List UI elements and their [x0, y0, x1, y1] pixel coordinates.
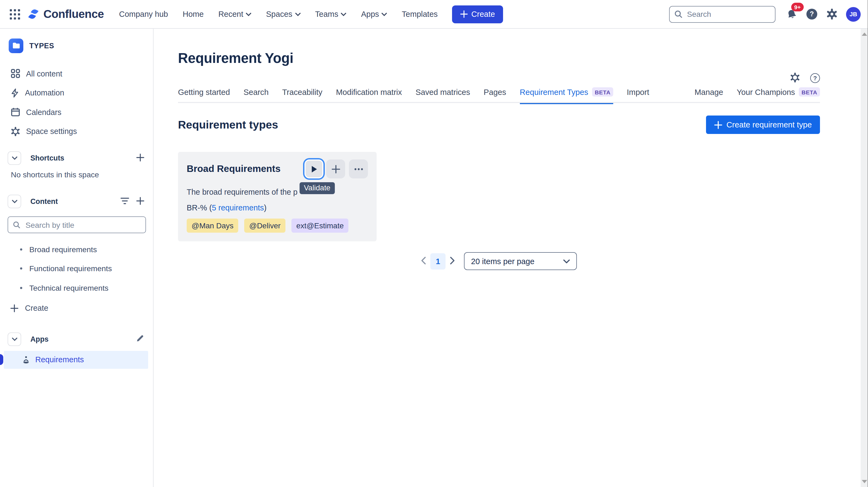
ellipsis-icon [354, 168, 363, 170]
shortcuts-section-header: Shortcuts [0, 151, 153, 165]
chevron-down-icon [246, 12, 251, 16]
play-icon [311, 165, 317, 173]
global-create-button[interactable]: Create [452, 5, 503, 23]
requirements-count-link[interactable]: 5 requirements [212, 203, 264, 212]
chevron-left-icon [421, 256, 426, 264]
tab-manage[interactable]: Manage [694, 88, 723, 102]
plus-icon [10, 304, 19, 312]
property-tags: @Man Days @Deliver ext@Estimate [187, 219, 368, 233]
search-icon [675, 10, 682, 18]
current-page[interactable]: 1 [430, 253, 445, 269]
nav-item-spaces[interactable]: Spaces [266, 10, 301, 19]
more-options-button[interactable] [349, 159, 368, 178]
add-requirement-button[interactable] [326, 159, 345, 178]
all-content-icon [11, 69, 20, 78]
previous-page-button[interactable] [421, 256, 426, 266]
requirement-type-card: Broad Requirements Th [178, 152, 377, 241]
apps-title: Apps [30, 335, 49, 343]
sidebar-item-requirements[interactable]: Requirements [4, 351, 148, 368]
sidebar-item-calendars[interactable]: Calendars [0, 102, 153, 122]
plus-icon [714, 121, 722, 129]
tab-search[interactable]: Search [243, 88, 269, 102]
content-search[interactable] [8, 216, 146, 233]
nav-item-templates[interactable]: Templates [402, 10, 438, 19]
top-navigation: Confluence Company hub Home Recent Space… [0, 0, 868, 29]
apps-collapse-button[interactable] [8, 332, 21, 346]
sidebar-item-automation[interactable]: Automation [0, 83, 153, 102]
confluence-wordmark: Confluence [43, 8, 104, 21]
add-shortcut-button[interactable] [136, 153, 144, 163]
content-collapse-button[interactable] [8, 195, 21, 208]
content-title: Content [30, 197, 58, 205]
requirement-key-line: BR-% (5 requirements) [187, 203, 368, 212]
ry-settings-button[interactable] [790, 72, 800, 84]
global-search[interactable] [669, 6, 775, 23]
help-icon: ? [810, 73, 820, 83]
content-section-header: Content [0, 194, 153, 209]
calendar-icon [11, 108, 20, 117]
chevron-down-icon [12, 200, 17, 203]
content-page-list: Broad requirements Functional requiremen… [0, 240, 153, 297]
validate-button[interactable] [306, 161, 322, 177]
tab-getting-started[interactable]: Getting started [178, 88, 230, 102]
property-tag: ext@Estimate [291, 219, 349, 233]
page-item-functional-requirements[interactable]: Functional requirements [0, 259, 153, 278]
space-nav: All content Automation Calendars [0, 64, 153, 141]
tab-pages[interactable]: Pages [484, 88, 506, 102]
gear-icon [827, 9, 837, 20]
gear-icon [790, 72, 800, 82]
sidebar-item-all-content[interactable]: All content [0, 64, 153, 83]
content-search-input[interactable] [24, 220, 138, 230]
notifications-button[interactable]: 9+ [784, 6, 800, 22]
settings-button[interactable] [824, 6, 840, 22]
sidebar-item-space-settings[interactable]: Space settings [0, 122, 153, 141]
tab-your-champions[interactable]: Your Champions BETA [737, 87, 820, 102]
shortcuts-title: Shortcuts [30, 154, 64, 162]
nav-item-apps[interactable]: Apps [361, 10, 387, 19]
shortcuts-empty-message: No shortcuts in this space [0, 170, 153, 179]
card-actions [303, 159, 368, 178]
page-item-technical-requirements[interactable]: Technical requirements [0, 278, 153, 297]
app-switcher-button[interactable] [6, 6, 23, 22]
pencil-icon [136, 334, 144, 342]
add-content-button[interactable] [136, 197, 144, 206]
items-per-page-select[interactable]: 20 items per page [464, 252, 577, 270]
nav-item-teams[interactable]: Teams [315, 10, 346, 19]
section-title: Requirement types [178, 118, 278, 131]
nav-item-recent[interactable]: Recent [218, 10, 251, 19]
edit-apps-button[interactable] [136, 334, 144, 344]
nav-item-company-hub[interactable]: Company hub [119, 10, 168, 19]
notification-badge: 9+ [791, 3, 804, 11]
nav-item-home[interactable]: Home [183, 10, 204, 19]
lightning-icon [11, 88, 19, 98]
vertical-scrollbar[interactable] [861, 29, 868, 487]
confluence-logo[interactable]: Confluence [27, 8, 104, 21]
search-input[interactable] [686, 9, 762, 19]
sidebar-create-button[interactable]: Create [0, 298, 153, 318]
tab-saved-matrices[interactable]: Saved matrices [415, 88, 470, 102]
tab-modification-matrix[interactable]: Modification matrix [336, 88, 402, 102]
ry-help-button[interactable]: ? [810, 73, 820, 83]
tab-traceability[interactable]: Traceability [282, 88, 322, 102]
confluence-app: Confluence Company hub Home Recent Space… [0, 0, 868, 487]
tab-requirement-types[interactable]: Requirement Types BETA [520, 87, 613, 103]
filter-icon [121, 197, 129, 204]
requirement-yogi-icon [22, 356, 30, 364]
main-content: Requirement Yogi ? [154, 29, 868, 487]
create-requirement-type-button[interactable]: Create requirement type [706, 116, 820, 134]
app-grid-icon [9, 9, 20, 19]
scroll-up-arrow[interactable] [862, 33, 867, 36]
avatar[interactable]: JB [846, 7, 861, 22]
requirements-label: Requirements [35, 355, 84, 364]
page-item-broad-requirements[interactable]: Broad requirements [0, 240, 153, 259]
next-page-button[interactable] [450, 256, 455, 266]
help-button[interactable]: ? [804, 6, 820, 22]
property-tag: @Deliver [244, 219, 285, 233]
tab-import[interactable]: Import [627, 88, 649, 102]
filter-content-button[interactable] [121, 197, 129, 206]
page-actions: ? [178, 73, 820, 83]
plus-icon [136, 153, 144, 161]
scroll-down-arrow[interactable] [862, 480, 867, 483]
shortcuts-collapse-button[interactable] [8, 151, 21, 165]
space-header[interactable]: TYPES [0, 38, 153, 53]
